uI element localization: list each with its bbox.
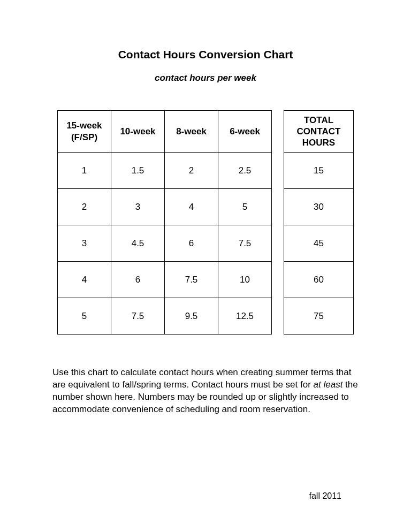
col-header-15week-line1: 15-week: [66, 120, 102, 131]
footer-date: fall 2011: [309, 491, 342, 501]
cell: 4: [165, 189, 218, 225]
table-row: 45: [284, 225, 354, 262]
cell: 75: [284, 298, 354, 335]
cell: 7.5: [111, 298, 165, 335]
cell: 3: [58, 225, 111, 262]
cell: 7.5: [165, 262, 218, 298]
page-subtitle: contact hours per week: [48, 73, 363, 83]
col-header-total: TOTAL CONTACT HOURS: [284, 111, 354, 153]
table-row: 5 7.5 9.5 12.5: [58, 298, 272, 335]
cell: 5: [218, 189, 272, 225]
col-header-total-line1: TOTAL: [304, 115, 333, 125]
cell: 9.5: [165, 298, 218, 335]
cell: 3: [111, 189, 165, 225]
cell: 2.5: [218, 153, 272, 189]
description-paragraph: Use this chart to calculate contact hour…: [52, 367, 359, 416]
cell: 4: [58, 262, 111, 298]
per-week-table: 15-week (F/SP) 10-week 8-week 6-week 1 1…: [57, 110, 272, 335]
table-row: 3 4.5 6 7.5: [58, 225, 272, 262]
col-header-10week: 10-week: [111, 111, 165, 153]
cell: 30: [284, 189, 354, 225]
total-hours-table: TOTAL CONTACT HOURS 15 30 45 60 75: [284, 110, 354, 335]
cell: 15: [284, 153, 354, 189]
cell: 4.5: [111, 225, 165, 262]
table-row: 1 1.5 2 2.5: [58, 153, 272, 189]
col-header-6week: 6-week: [218, 111, 272, 153]
description-emphasis: at least: [314, 379, 343, 390]
description-text: Use this chart to calculate contact hour…: [52, 367, 351, 390]
conversion-tables: 15-week (F/SP) 10-week 8-week 6-week 1 1…: [52, 110, 359, 335]
cell: 6: [165, 225, 218, 262]
cell: 12.5: [218, 298, 272, 335]
cell: 2: [58, 189, 111, 225]
cell: 6: [111, 262, 165, 298]
cell: 2: [165, 153, 218, 189]
cell: 1.5: [111, 153, 165, 189]
cell: 60: [284, 262, 354, 298]
table-row: 2 3 4 5: [58, 189, 272, 225]
table-row: 30: [284, 189, 354, 225]
col-header-15week-line2: (F/SP): [71, 132, 97, 142]
col-header-8week: 8-week: [165, 111, 218, 153]
col-header-15week: 15-week (F/SP): [58, 111, 111, 153]
col-header-total-line2: CONTACT: [297, 126, 341, 136]
table-row: 75: [284, 298, 354, 335]
document-page: Contact Hours Conversion Chart contact h…: [0, 0, 411, 532]
cell: 1: [58, 153, 111, 189]
page-title: Contact Hours Conversion Chart: [48, 48, 363, 61]
cell: 10: [218, 262, 272, 298]
cell: 7.5: [218, 225, 272, 262]
cell: 45: [284, 225, 354, 262]
col-header-total-line3: HOURS: [302, 138, 335, 148]
table-row: 15: [284, 153, 354, 189]
cell: 5: [58, 298, 111, 335]
table-row: 4 6 7.5 10: [58, 262, 272, 298]
table-row: 60: [284, 262, 354, 298]
